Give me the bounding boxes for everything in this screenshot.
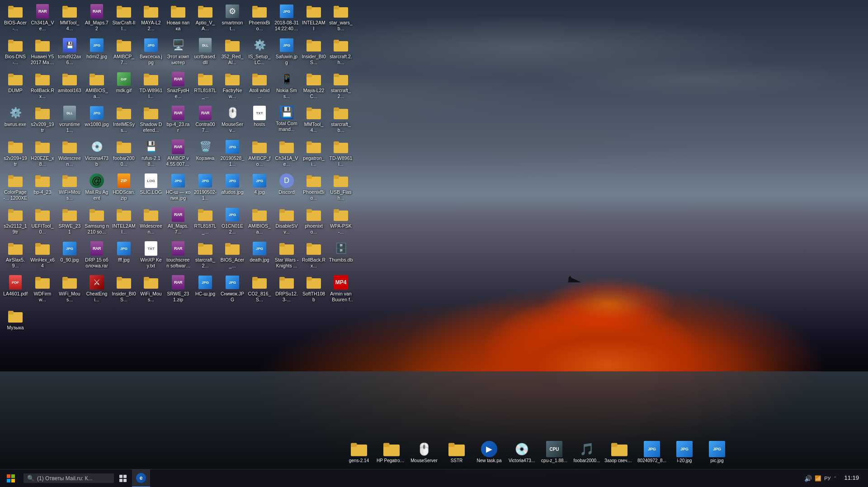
desktop-icon-s2v2112[interactable]: s2v2112_19tr — [2, 206, 28, 239]
desktop-icon-winhex-x64[interactable]: WinHex_x64 — [29, 239, 56, 273]
desktop-icon-phoenixto[interactable]: phoenixto... — [301, 206, 327, 239]
desktop-icon-korzina[interactable]: 🗑️Корзина — [192, 138, 218, 172]
desktop-icon-airslax59[interactable]: AirSlax5.9... — [2, 239, 28, 273]
desktop-icon-foobar2000[interactable]: foobar2000... — [111, 138, 137, 172]
desktop-icon-o1cn01e2[interactable]: JPGO1CN01E2... — [219, 206, 245, 239]
desktop-icon-starcraft-ill[interactable]: StarCraft-Ill... — [111, 2, 137, 36]
desktop-icon-rollback-rx2[interactable]: RollBack.Rx... — [301, 239, 327, 273]
desktop-icon-td-w8961[interactable]: TD-W8961l... — [138, 70, 164, 104]
desktop-icon-vcruntime1[interactable]: DLLvcruntime1... — [57, 104, 83, 138]
desktop-icon-winxp-key[interactable]: TXTWinXP Key.txt — [138, 239, 164, 273]
desktop-icon-aptio-v-a[interactable]: Aptio_V_A... — [192, 2, 218, 36]
desktop-icon-bwrus-exe[interactable]: ⚙️bwrus.exe — [2, 104, 28, 138]
desktop-icon-widescreen2[interactable]: Widescreen... — [138, 206, 164, 239]
desktop-icon-intelme[interactable]: IntelMESys... — [111, 104, 137, 138]
desktop-icon-star-wars-b[interactable]: star_wars_b... — [328, 2, 354, 36]
desktop-icon-widescreen[interactable]: Widescreen... — [57, 138, 83, 172]
desktop-icon-amibcp7[interactable]: AMIBCP_7... — [111, 36, 137, 70]
tb-icon-gens-2-14[interactable]: gens-2.14 — [344, 440, 374, 465]
desktop-icon-all-maps72[interactable]: RARAll_Maps.72 — [84, 2, 110, 36]
desktop-icon-dump[interactable]: DUMP — [2, 70, 28, 104]
desktop-icon-hosts[interactable]: TXThosts — [246, 104, 273, 138]
desktop-icon-h20eze[interactable]: H20EZE_x8... — [29, 138, 56, 172]
tray-language[interactable]: РУ — [824, 476, 830, 481]
desktop-icon-mouseserv[interactable]: 🖱️MouseServ... — [219, 104, 245, 138]
desktop-icon-ucrtbased[interactable]: DLLucrtbased.dll — [192, 36, 218, 70]
desktop-icon-20190528[interactable]: JPG20190528_1... — [219, 138, 245, 172]
desktop-icon-star-wars-k[interactable]: Star Wars - Knights ... — [274, 239, 300, 273]
tray-volume-icon[interactable]: 📶 — [815, 475, 821, 482]
desktop-icon-rtl8187l[interactable]: RTL8187L_... — [192, 70, 218, 104]
desktop-icon-starcraft-b[interactable]: starcraft_b... — [328, 104, 354, 138]
desktop-icon-smartmont[interactable]: ⚙smartmont... — [219, 2, 245, 36]
start-button[interactable] — [0, 469, 22, 487]
desktop-icon-amibcp-rar[interactable]: RARAMiBCP v4.55.0070.rar — [165, 138, 191, 172]
desktop-icon-bios-acer2[interactable]: BIOS_Acer_... — [219, 239, 245, 273]
desktop-icon-mmtool4-64[interactable]: MMTool_4... — [301, 104, 327, 138]
desktop-icon-bp-4-23[interactable]: bp-4_23 — [29, 172, 56, 206]
desktop-icon-afudos[interactable]: JPGafudos.jpg — [219, 172, 245, 206]
desktop-icon-intel2ami[interactable]: INTEL2AMI — [301, 2, 327, 36]
desktop-icon-maya-l22c[interactable]: Maya-L22C... — [301, 70, 327, 104]
desktop-icon-wifi-mous2[interactable]: WiFi_Mous... — [57, 273, 83, 307]
desktop-icon-la4601-pdf[interactable]: PDFLA4601.pdf — [2, 273, 28, 307]
desktop-icon-mmtool4[interactable]: MMTool_4... — [57, 2, 83, 36]
desktop-icon-muzyka[interactable]: Музыка — [2, 307, 28, 341]
tb-icon-hp-pegatron[interactable]: HP Pegatron IPXSB-DM ... — [376, 440, 407, 465]
desktop-icon-huawei-y5[interactable]: Huawei Y5 2017 Maya-... — [29, 36, 56, 70]
desktop-icon-insider-bios[interactable]: Insider_BI0S... — [301, 36, 327, 70]
desktop-icon-armin-van-buuren[interactable]: MP4Armin van Buuren fe... — [328, 273, 354, 307]
taskbar-search[interactable]: 🔍 (1) Ответы Mail.ru: К... — [24, 473, 114, 483]
desktop-icon-samsung-n210[interactable]: Samsung n210 so... — [84, 206, 110, 239]
desktop-icon-nokia-sms[interactable]: 📱Nokia Sms... — [274, 70, 300, 104]
desktop-icon-wdfirmw[interactable]: WDFirmw... — [29, 273, 56, 307]
desktop-icon-slic-log[interactable]: LOGSLIC.LOG — [138, 172, 164, 206]
clock[interactable]: 11:19 — [840, 474, 863, 482]
desktop-icon-victoria473b[interactable]: 💿Victona473b — [84, 138, 110, 172]
desktop-icon-starcraft2-[interactable]: starcraft_2... — [328, 70, 354, 104]
desktop-icon-amitool163[interactable]: amitool163 — [57, 70, 83, 104]
desktop-icon-phoenixbio2[interactable]: PhoenixBio... — [301, 172, 327, 206]
desktop-icon-hdmi2[interactable]: JPGhdmi2.jpg — [84, 36, 110, 70]
desktop-icon-touchscreen-rar[interactable]: RARtouchscreen software.rar — [165, 239, 191, 273]
desktop-icon-novaya-papka[interactable]: Новая папка — [165, 2, 191, 36]
desktop-icon-atoll[interactable]: Atoll wbid ... — [246, 70, 273, 104]
desktop-icon-amibcp-fol[interactable]: AMIBCP_fo... — [246, 138, 273, 172]
desktop-icon-intel2ami2[interactable]: INTEL2AMI... — [111, 206, 137, 239]
desktop-icon-wifi-mous3[interactable]: WiFi_Mous... — [138, 273, 164, 307]
tb-icon-foobar2000[interactable]: 🎵 foobar2000... — [571, 440, 602, 465]
desktop-icon-death-jpg[interactable]: JPGdeath.jpg — [246, 239, 273, 273]
desktop-icon-ch341a-ve2[interactable]: Ch341A_Ve... — [274, 138, 300, 172]
desktop-icon-phoenixbio[interactable]: PhoenixBio... — [246, 2, 273, 36]
desktop-icon-vikyesaka[interactable]: JPGВиксеска.jpg — [138, 36, 164, 70]
desktop-icon-hddscan[interactable]: ZIPHDDScan.zip — [111, 172, 137, 206]
desktop-icon-etot-komputer[interactable]: 🖥️Этот компьютер — [165, 36, 191, 70]
desktop-icon-tcmd922[interactable]: 💾tcmd922ax6... — [57, 36, 83, 70]
desktop-icon-starcraft2h[interactable]: starcraft.2.h... — [328, 36, 354, 70]
desktop-icon-colorpage[interactable]: ColorPage-... 1200XE — [2, 172, 28, 206]
task-view-button[interactable] — [114, 469, 132, 487]
desktop-icon-all-maps7[interactable]: RARAll_Maps.7... — [165, 206, 191, 239]
desktop-icon-td-w8961b[interactable]: TD-W8961l... — [328, 138, 354, 172]
desktop-icon-srwe231[interactable]: SRWE_231 — [57, 206, 83, 239]
desktop-icon-srwe231-zip[interactable]: RARSRWE_231.zip — [165, 273, 191, 307]
desktop-icon-bios-acer[interactable]: BIOS-Acer-... — [2, 2, 28, 36]
desktop-icon-snimok-jpg[interactable]: JPGСнимок.JPG — [219, 273, 245, 307]
desktop-icon-wpa-psk[interactable]: WPA-PSK-... — [328, 206, 354, 239]
desktop-icon-s2v209-19tr2[interactable]: s2v209+19tr — [2, 138, 28, 172]
tb-icon-80240972[interactable]: JPG 80240972_8... — [637, 440, 667, 465]
desktop-icon-thumbs-db[interactable]: 🗄️Thumbs.db — [328, 239, 354, 273]
desktop-icon-maya-l22[interactable]: MAYA-L22... — [138, 2, 164, 36]
desktop-icon-bp-423-rar[interactable]: RARbp-4_23.rar — [165, 104, 191, 138]
desktop-icon-352-red[interactable]: 352_Red_Al... — [219, 36, 245, 70]
desktop-icon-mail-ru-agent[interactable]: @Mail.Ru Agent — [84, 172, 110, 206]
desktop-icon-rtl8187l2[interactable]: RTL8187L_... — [192, 206, 218, 239]
desktop-icon-softth108b[interactable]: SoftTH108b — [301, 273, 327, 307]
desktop-icon-hc-sh[interactable]: JPGНС-ш.jpg — [192, 273, 218, 307]
desktop-icon-s2v209-19t[interactable]: s2v209_19tr — [29, 104, 56, 138]
tb-icon-cpu-z[interactable]: CPU cpu-z_1.88... — [539, 440, 570, 465]
tb-icon-new-task-pa[interactable]: ▶ New task.pa — [474, 440, 505, 465]
desktop-icon-factorynew[interactable]: FactryNew... — [219, 70, 245, 104]
desktop-icon-total-cmd[interactable]: 💾Total Command... — [274, 104, 300, 138]
desktop-icon-bios-dns[interactable]: Bios-DNS-... — [2, 36, 28, 70]
